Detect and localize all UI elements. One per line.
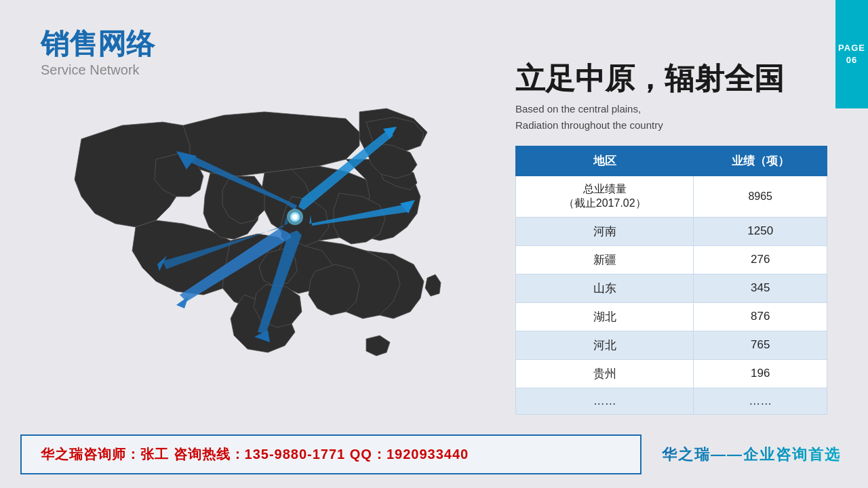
map-area: [20, 54, 509, 441]
table-row: 新疆276: [516, 245, 827, 274]
brand-text: 华之瑞——企业咨询首选: [662, 446, 841, 463]
china-map: [34, 71, 495, 424]
table-row: 贵州196: [516, 359, 827, 388]
right-panel: 立足中原，辐射全国 Based on the central plains, R…: [515, 61, 827, 415]
table-row: 山东345: [516, 274, 827, 302]
bottom-bar: 华之瑞咨询师：张工 咨询热线：135-9880-1771 QQ：19209334…: [20, 434, 848, 474]
table-row: 总业绩量 （截止2017.02）8965: [516, 176, 827, 217]
value-cell: 1250: [694, 217, 827, 245]
brand-box: 华之瑞——企业咨询首选: [655, 435, 848, 474]
col-header-region: 地区: [516, 146, 694, 176]
region-cell: 河北: [516, 331, 694, 359]
table-row: 河北765: [516, 331, 827, 359]
region-cell: 河南: [516, 217, 694, 245]
value-cell: 876: [694, 302, 827, 331]
svg-marker-10: [176, 296, 189, 308]
contact-text: 华之瑞咨询师：张工 咨询热线：135-9880-1771 QQ：19209334…: [41, 447, 469, 462]
table-row: 河南1250: [516, 217, 827, 245]
value-cell: 196: [694, 359, 827, 388]
region-cell: ……: [516, 388, 694, 414]
contact-box: 华之瑞咨询师：张工 咨询热线：135-9880-1771 QQ：19209334…: [20, 434, 642, 474]
page-tag: PAGE 06: [835, 0, 868, 108]
region-cell: 总业绩量 （截止2017.02）: [516, 176, 694, 217]
region-cell: 贵州: [516, 359, 694, 388]
slogan-zh: 立足中原，辐射全国: [515, 61, 827, 97]
value-cell: 345: [694, 274, 827, 302]
value-cell: 276: [694, 245, 827, 274]
page-tag-text: PAGE 06: [838, 42, 865, 66]
data-table: 地区 业绩（项） 总业绩量 （截止2017.02）8965河南1250新疆276…: [515, 146, 827, 415]
slogan-en: Based on the central plains, Radiation t…: [515, 101, 827, 134]
table-row: …………: [516, 388, 827, 414]
region-cell: 山东: [516, 274, 694, 302]
value-cell: 8965: [694, 176, 827, 217]
table-row: 湖北876: [516, 302, 827, 331]
region-cell: 新疆: [516, 245, 694, 274]
value-cell: 765: [694, 331, 827, 359]
value-cell: ……: [694, 388, 827, 414]
col-header-value: 业绩（项）: [694, 146, 827, 176]
region-cell: 湖北: [516, 302, 694, 331]
svg-point-15: [292, 214, 298, 220]
